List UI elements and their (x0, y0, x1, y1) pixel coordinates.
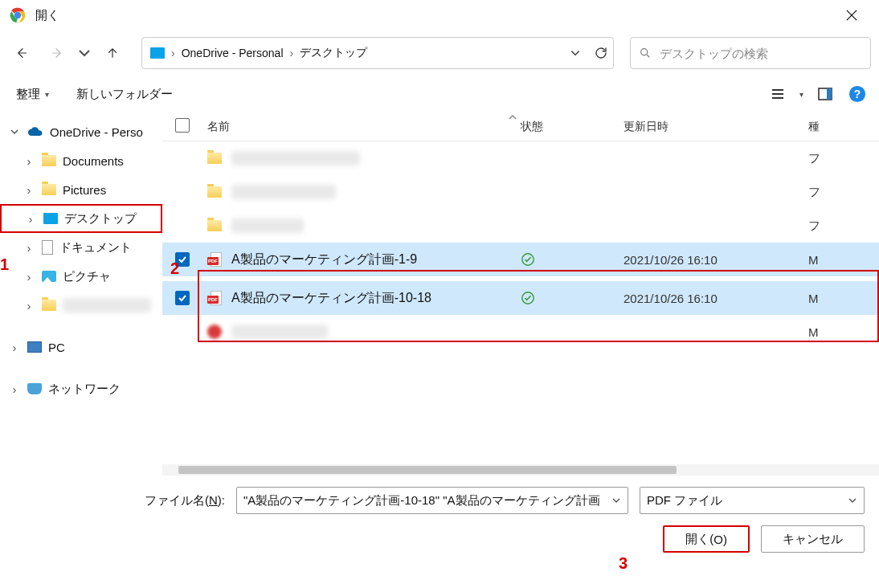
row-checkbox[interactable] (175, 291, 190, 305)
filename-value: "A製品のマーケティング計画-10-18" "A製品のマーケティング計画 (243, 493, 605, 508)
filetype-value: PDF ファイル (647, 493, 841, 508)
tree-label: Pictures (63, 183, 106, 197)
folder-icon (207, 186, 222, 198)
expand-icon[interactable]: › (22, 241, 35, 254)
svg-rect-5 (827, 88, 832, 100)
tree-item-pictures-jp[interactable]: › ピクチャ (0, 262, 162, 291)
tree-item-documents[interactable]: › Documents (0, 146, 162, 175)
synced-icon (521, 252, 535, 267)
file-name-blurred (231, 185, 336, 199)
tree-label: デスクトップ (64, 211, 137, 227)
file-type: M (808, 292, 832, 305)
network-icon (27, 383, 42, 394)
file-row[interactable]: M (162, 315, 879, 349)
view-mode-button[interactable] (767, 84, 788, 104)
pc-icon (27, 341, 42, 353)
select-all-checkbox[interactable] (175, 118, 190, 133)
tree-item-onedrive[interactable]: OneDrive - Perso (0, 117, 162, 146)
tree-label: Documents (63, 154, 124, 168)
pictures-icon (42, 271, 56, 282)
breadcrumb-root[interactable] (147, 46, 168, 60)
collapse-icon[interactable] (8, 125, 21, 138)
file-date: 2021/10/26 16:10 (623, 292, 808, 305)
file-row-selected[interactable]: PDFA製品のマーケティング計画-10-18 2021/10/26 16:10 … (162, 281, 879, 315)
refresh-button[interactable] (594, 46, 608, 60)
pdf-icon: PDF (207, 291, 222, 305)
tree-label: ドキュメント (59, 240, 132, 255)
col-name[interactable]: 名前 (207, 120, 230, 134)
expand-icon[interactable]: › (8, 382, 21, 395)
onedrive-icon (27, 126, 43, 137)
expand-icon[interactable]: › (22, 299, 35, 312)
chevron-down-icon: ▾ (45, 90, 49, 99)
chevron-down-icon (611, 496, 621, 505)
svg-text:?: ? (854, 88, 861, 100)
file-list: フ フ フ PDFA製品のマーケティング計画-1-9 2 (162, 141, 879, 464)
up-button[interactable] (98, 39, 127, 67)
tree-item-network[interactable]: › ネットワーク (0, 374, 162, 403)
search-input[interactable] (660, 47, 862, 60)
tree-item-desktop[interactable]: › デスクトップ (0, 204, 162, 233)
chrome-icon (10, 7, 26, 23)
tree-item-pc[interactable]: › PC (0, 333, 162, 361)
tree-item-documents-jp[interactable]: › ドキュメント (0, 233, 162, 262)
column-headers: 名前 状態 更新日時 種 (162, 112, 879, 141)
file-name: A製品のマーケティング計画-10-18 (231, 290, 431, 307)
col-modified[interactable]: 更新日時 (623, 120, 668, 133)
sort-up-icon (508, 112, 517, 122)
chevron-down-icon (848, 496, 857, 505)
close-button[interactable] (834, 0, 869, 31)
file-row[interactable]: フ (162, 141, 879, 175)
file-name-blurred (231, 218, 304, 233)
expand-icon[interactable]: › (24, 212, 37, 225)
folder-icon (42, 300, 56, 311)
preview-pane-button[interactable] (815, 84, 836, 104)
file-date: 2021/10/26 16:10 (623, 253, 808, 267)
recent-dropdown[interactable] (76, 39, 93, 67)
filename-combo[interactable]: "A製品のマーケティング計画-10-18" "A製品のマーケティング計画 (236, 487, 628, 514)
tree-label: ピクチャ (63, 269, 111, 284)
expand-icon[interactable]: › (22, 154, 35, 167)
file-name: A製品のマーケティング計画-1-9 (231, 251, 417, 268)
tree-item-blurred[interactable]: › (0, 291, 162, 320)
tree-label-blurred (63, 298, 151, 312)
row-checkbox[interactable] (175, 252, 190, 267)
file-name-blurred (231, 151, 360, 165)
forward-button[interactable] (42, 39, 71, 67)
expand-icon[interactable]: › (8, 341, 21, 353)
filetype-combo[interactable]: PDF ファイル (640, 487, 865, 514)
tree-item-pictures[interactable]: › Pictures (0, 175, 162, 204)
new-folder-button[interactable]: 新しいフォルダー (72, 84, 178, 105)
expand-icon[interactable]: › (22, 183, 35, 196)
tree-label: OneDrive - Perso (50, 125, 143, 139)
search-box[interactable] (630, 37, 871, 69)
chevron-right-icon: › (288, 47, 296, 59)
back-button[interactable] (8, 39, 37, 67)
col-type[interactable]: 種 (808, 120, 820, 133)
file-row-selected[interactable]: PDFA製品のマーケティング計画-1-9 2021/10/26 16:10 M (162, 243, 879, 276)
file-row[interactable]: フ (162, 209, 879, 243)
synced-icon (521, 291, 535, 305)
folder-icon (42, 184, 56, 195)
file-row[interactable]: フ (162, 175, 879, 209)
breadcrumb-desktop[interactable]: デスクトップ (296, 44, 370, 62)
document-icon (42, 240, 53, 255)
address-dropdown[interactable] (570, 47, 581, 59)
help-button[interactable]: ? (847, 84, 868, 104)
nav-tree: OneDrive - Perso › Documents › Pictures … (0, 112, 162, 476)
breadcrumb-onedrive[interactable]: OneDrive - Personal (178, 45, 287, 61)
open-button[interactable]: 開く(O) (663, 525, 750, 553)
col-state[interactable]: 状態 (521, 120, 543, 133)
chevron-down-icon[interactable]: ▾ (799, 90, 803, 99)
organize-label: 整理 (16, 87, 40, 102)
svg-point-3 (641, 49, 648, 55)
address-bar[interactable]: › OneDrive - Personal › デスクトップ (141, 37, 614, 69)
desktop-icon (150, 47, 165, 59)
new-folder-label: 新しいフォルダー (76, 87, 173, 102)
tree-label: PC (48, 341, 65, 354)
chevron-right-icon: › (170, 47, 177, 59)
expand-icon[interactable]: › (22, 270, 35, 283)
cancel-button[interactable]: キャンセル (761, 525, 865, 553)
organize-menu[interactable]: 整理 ▾ (11, 84, 54, 105)
horizontal-scrollbar[interactable] (162, 464, 879, 476)
